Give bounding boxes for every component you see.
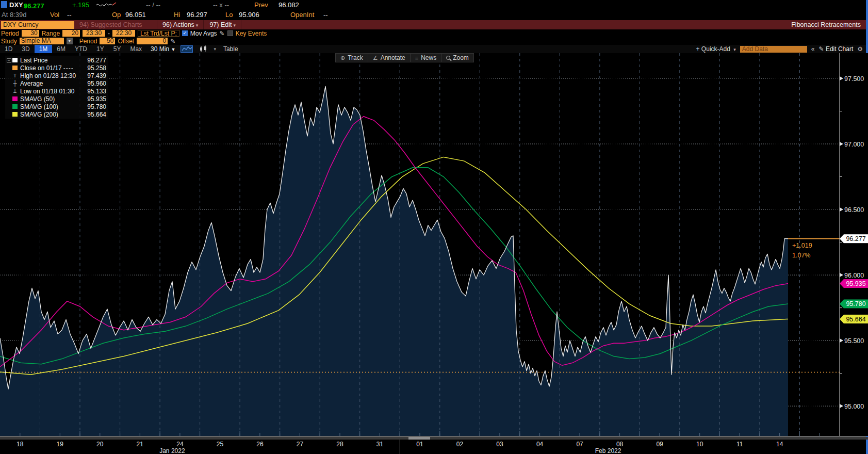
- line-chart-type-button[interactable]: [181, 45, 193, 53]
- security-input[interactable]: DXY Curncy: [1, 21, 74, 29]
- chart-area[interactable]: +1.0191.07%97.50097.00096.50096.00095.50…: [0, 53, 868, 436]
- quote-line-2: At 8:39d Vol -- Op 96.051 Hi 96.297 Lo 9…: [0, 10, 866, 20]
- zoom-button[interactable]: Zoom: [441, 53, 474, 62]
- series-swatch: [12, 58, 18, 62]
- openint-value: --: [323, 11, 328, 19]
- annotate-label: Annotate: [381, 54, 405, 61]
- study-period-label: Period: [79, 38, 97, 45]
- svg-text:96.277: 96.277: [846, 235, 865, 242]
- mov-avgs-checkbox[interactable]: ✓: [182, 30, 188, 36]
- actions-menu[interactable]: 96) Actions▾: [157, 20, 204, 29]
- chart-scrollbar: [0, 436, 866, 440]
- legend-row-last-price[interactable]: −Last Price96.277: [5, 56, 108, 64]
- offset-input[interactable]: 0: [137, 38, 168, 44]
- key-events-checkbox[interactable]: [227, 30, 233, 36]
- y-tick-label: 97.500: [844, 75, 864, 83]
- legend-row-smavg-50-[interactable]: SMAVG (50)95.935: [5, 95, 108, 103]
- price-source-dropdown[interactable]: Lst Trd/Lst P:: [138, 30, 179, 37]
- chart-type-caret-icon[interactable]: ▾: [214, 46, 216, 52]
- caret-down-icon: ▾: [733, 47, 736, 52]
- legend-row-close-on-01-17[interactable]: Close on 01/17----95.258: [5, 64, 108, 72]
- legend-value: 95.133: [85, 88, 108, 95]
- function-title: Fibonacci Retracements: [791, 21, 866, 28]
- x-tick-label: 04: [536, 441, 543, 448]
- suggested-charts-menu[interactable]: 94) Suggested Charts: [79, 21, 157, 28]
- month-label: Feb 2022: [595, 447, 621, 454]
- y-tick-arrow: [840, 207, 843, 212]
- legend-row-low-on-01-18-01-30[interactable]: ⊥Low on 01/18 01:3095.133: [5, 87, 108, 95]
- study-dropdown-caret-icon[interactable]: ▾: [67, 38, 73, 44]
- edit-mov-avgs-pencil-icon[interactable]: ✎: [220, 30, 225, 37]
- as-of-time: At 8:39d: [2, 11, 26, 19]
- command-bar: DXY Curncy 94) Suggested Charts 96) Acti…: [0, 20, 866, 29]
- vol-label: Vol: [50, 11, 59, 19]
- edit-chart-button[interactable]: ✎ Edit Chart: [818, 45, 853, 53]
- legend-value: 95.960: [85, 80, 108, 87]
- collapse-panel-icon[interactable]: «: [811, 45, 815, 53]
- x-tick-label: 07: [576, 441, 583, 448]
- study-row: Study Simple MA ▾ Period 50 Offset 0 ✎: [0, 37, 866, 45]
- tab-range-1m[interactable]: 1M: [35, 45, 53, 53]
- legend-label: Close on 01/17----: [20, 64, 85, 72]
- legend-value: 97.439: [85, 72, 108, 79]
- period-input[interactable]: 30: [22, 30, 39, 37]
- open-value: 96.051: [125, 11, 146, 19]
- x-tick-label: 08: [616, 441, 623, 448]
- month-separator: [400, 440, 400, 454]
- parameter-row: Period 30 Range 20 23:30 - 22:30 Lst Trd…: [0, 29, 866, 37]
- study-period-input[interactable]: 50: [100, 38, 115, 44]
- pencil-icon: ✎: [818, 45, 824, 53]
- intraday-sparkline: [95, 1, 118, 8]
- range-input[interactable]: 20: [62, 30, 80, 37]
- legend-row-smavg-200-[interactable]: SMAVG (200)95.664: [5, 110, 108, 118]
- news-icon: ≡: [415, 55, 418, 61]
- legend-label: Average: [20, 80, 85, 87]
- legend-row-smavg-100-[interactable]: SMAVG (100)95.780: [5, 103, 108, 110]
- table-button[interactable]: Table: [223, 45, 238, 53]
- bid-ask: -- / --: [146, 1, 160, 9]
- news-button[interactable]: ≡News: [411, 53, 441, 62]
- interval-dropdown[interactable]: 30 Min ▼: [151, 45, 175, 53]
- low-label: Lo: [225, 11, 233, 19]
- legend-row-average[interactable]: ┼Average95.960: [5, 79, 108, 87]
- tab-range-5y[interactable]: 5Y: [109, 45, 126, 53]
- legend-row-high-on-01-28-12-30[interactable]: ⊤High on 01/28 12:3097.439: [5, 72, 108, 79]
- svg-text:95.780: 95.780: [846, 300, 865, 307]
- tab-range-1d[interactable]: 1D: [0, 45, 17, 53]
- quick-add-button[interactable]: + Quick-Add ▾: [696, 45, 736, 53]
- offset-label: Offset: [118, 38, 134, 45]
- price-badge-95-664: 95.664: [840, 315, 868, 323]
- add-data-input[interactable]: Add Data: [740, 46, 807, 53]
- caret-down-icon: ▼: [171, 47, 175, 52]
- legend-value: 95.935: [85, 95, 108, 103]
- x-tick-label: 31: [376, 441, 383, 448]
- caret-down-icon: ▾: [233, 23, 236, 28]
- legend-label: SMAVG (100): [20, 103, 85, 110]
- tab-range-3d[interactable]: 3D: [17, 45, 34, 53]
- tab-range-max[interactable]: Max: [125, 45, 146, 53]
- tab-range-6m[interactable]: 6M: [52, 45, 70, 53]
- y-tick-label: 95.000: [844, 403, 864, 410]
- price-plot: +1.0191.07%97.50097.00096.50096.00095.50…: [0, 53, 868, 436]
- svg-text:95.935: 95.935: [846, 280, 865, 287]
- track-button[interactable]: ⊕Track: [335, 53, 368, 62]
- time-to-input[interactable]: 22:30: [112, 30, 135, 37]
- edit-study-pencil-icon[interactable]: ✎: [170, 38, 175, 45]
- legend-value: 95.780: [85, 103, 108, 110]
- y-tick-label: 96.500: [844, 206, 864, 214]
- percent-annotation: 1.07%: [792, 252, 810, 259]
- tab-range-ytd[interactable]: YTD: [70, 45, 92, 53]
- edit-menu[interactable]: 97) Edit▾: [204, 20, 241, 29]
- gear-icon[interactable]: ⚙: [857, 45, 863, 53]
- candle-chart-type-button[interactable]: [198, 45, 208, 53]
- legend-value: 96.277: [85, 57, 108, 64]
- mov-avgs-label: Mov Avgs: [190, 30, 217, 37]
- time-from-input[interactable]: 23:30: [83, 30, 105, 37]
- high-value: 96.297: [187, 11, 207, 19]
- tab-range-1y[interactable]: 1Y: [92, 45, 109, 53]
- annotate-button[interactable]: ∠Annotate: [368, 53, 411, 62]
- openint-label: OpenInt: [290, 11, 314, 19]
- low-value: 95.906: [239, 11, 259, 19]
- study-dropdown[interactable]: Simple MA: [20, 38, 64, 44]
- annotate-icon: ∠: [373, 55, 378, 61]
